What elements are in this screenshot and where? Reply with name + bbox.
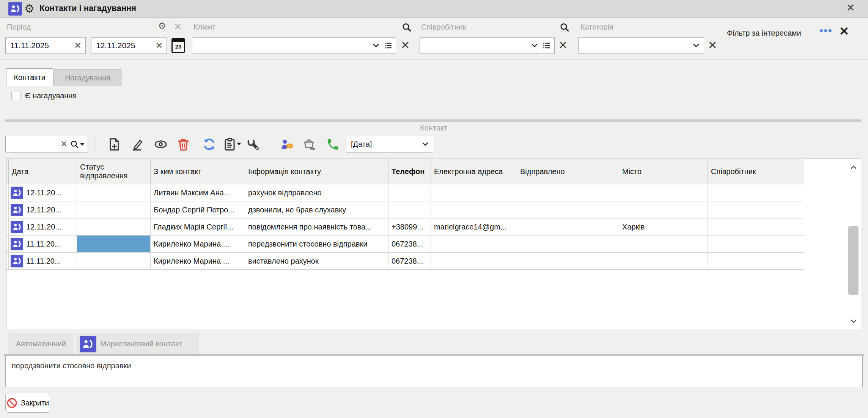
grid-search-caret-icon[interactable]: [80, 143, 85, 146]
table-row[interactable]: 11.11.20... Кириленко Марина ... виставл…: [6, 253, 805, 270]
toolbar-separator: [96, 137, 96, 151]
col-header-info[interactable]: Інформація контакту: [245, 159, 388, 184]
add-record-button[interactable]: [105, 136, 123, 152]
client-clear-icon[interactable]: ✕: [401, 39, 410, 52]
tab-reminders[interactable]: Нагадування: [53, 69, 122, 86]
order-basket-button[interactable]: [300, 136, 318, 152]
contacts-table: Дата Статус відправлення З ким контакт І…: [6, 159, 861, 330]
calendar-icon[interactable]: 23: [171, 38, 185, 53]
employee-combo[interactable]: [420, 37, 555, 54]
period-to-field[interactable]: ✕: [91, 37, 167, 54]
table-header-row: Дата Статус відправлення З ким контакт І…: [6, 159, 805, 184]
period-from-input[interactable]: [6, 41, 71, 50]
employee-clear-icon[interactable]: ✕: [558, 39, 568, 52]
contact-phone-icon: [11, 255, 23, 267]
tab-contacts[interactable]: Контакти: [6, 68, 53, 86]
calendar-day-number: 23: [173, 42, 184, 51]
client-combo[interactable]: [192, 37, 396, 54]
period-to-input[interactable]: [91, 41, 152, 50]
interests-more-button[interactable]: •••: [819, 25, 832, 37]
contact-note-field[interactable]: передзвонити стосовно відправки: [5, 356, 863, 387]
employee-chevron-down-icon[interactable]: [530, 41, 539, 50]
contact-phone-icon: [11, 204, 23, 216]
table-row[interactable]: 12.11.20... Гладких Марія Сергії... пові…: [6, 218, 805, 236]
table-row-selected[interactable]: 11.11.20... Кириленко Марина ... передзв…: [6, 236, 805, 253]
contact-group-label: Контакт: [6, 124, 861, 132]
col-header-with[interactable]: З ким контакт: [151, 159, 245, 184]
selected-cell[interactable]: [77, 236, 151, 253]
scroll-up-icon[interactable]: [849, 163, 858, 172]
contact-phone-icon: [80, 336, 96, 352]
grid-search-input[interactable]: [6, 140, 58, 149]
delete-record-button[interactable]: [175, 136, 192, 152]
refresh-button[interactable]: [200, 136, 218, 152]
col-header-status[interactable]: Статус відправлення: [77, 159, 151, 184]
basket-arrow-icon: [302, 137, 316, 151]
report-caret-icon[interactable]: [237, 143, 241, 145]
scrollbar-thumb[interactable]: [848, 226, 859, 295]
col-header-city[interactable]: Місто: [619, 159, 708, 184]
title-bar: ⚙ Контакти і нагадування ✕: [0, 0, 868, 18]
window-title: Контакти і нагадування: [39, 3, 136, 13]
wrench-icon: [246, 137, 260, 151]
marketing-contact-button[interactable]: [278, 136, 296, 152]
period-from-field[interactable]: ✕: [5, 37, 86, 54]
settings-button[interactable]: [244, 136, 262, 152]
period-clear-icon[interactable]: ✕: [174, 21, 182, 32]
employee-label: Співробітник: [421, 23, 466, 31]
col-header-email[interactable]: Електронна адреса: [431, 159, 517, 184]
report-button[interactable]: [221, 136, 238, 152]
contact-note-text: передзвонити стосовно відправки: [6, 356, 862, 370]
contact-phone-icon: [11, 187, 23, 199]
eye-icon: [154, 137, 168, 151]
category-clear-icon[interactable]: ✕: [708, 39, 717, 52]
interests-filter-label: Фільтр за інтересами: [727, 29, 801, 38]
date-filter-chevron-icon[interactable]: [421, 140, 430, 149]
employee-search-icon[interactable]: [559, 22, 570, 33]
view-record-button[interactable]: [152, 136, 169, 152]
col-header-sent[interactable]: Відправлено: [517, 159, 619, 184]
grid-search-icon[interactable]: [70, 140, 79, 149]
contact-phone-icon: [11, 238, 23, 250]
gear-icon[interactable]: ⚙: [24, 1, 35, 17]
scroll-down-icon[interactable]: [849, 317, 858, 326]
grid-search-clear-icon[interactable]: ✕: [58, 139, 70, 149]
filterbar-divider: [0, 60, 868, 60]
client-chevron-down-icon[interactable]: [371, 41, 381, 50]
category-chevron-down-icon[interactable]: [692, 41, 701, 50]
vertical-scrollbar[interactable]: [847, 160, 860, 329]
has-reminder-label: Є нагадування: [25, 91, 77, 100]
clipboard-icon: [223, 137, 237, 151]
contact-phone-icon: [11, 221, 23, 233]
col-header-date[interactable]: Дата: [9, 159, 77, 184]
table-row[interactable]: 12.11.20... Бондар Сергій Петро... дзвон…: [6, 201, 805, 218]
person-chat-icon: [280, 137, 294, 151]
automatic-chip[interactable]: Автоматичний: [8, 333, 74, 355]
prohibit-icon: [6, 398, 17, 409]
period-gear-icon[interactable]: ⚙: [158, 20, 166, 31]
grid-search-field[interactable]: ✕: [5, 136, 87, 152]
employee-list-icon[interactable]: [542, 41, 551, 50]
table-row[interactable]: 12.11.20... Литвин Максим Ана... рахунок…: [6, 184, 805, 201]
has-reminder-checkbox[interactable]: [11, 91, 20, 100]
call-button[interactable]: [324, 136, 341, 152]
interests-clear-icon[interactable]: ✕: [839, 24, 849, 38]
client-label: Клієнт: [193, 23, 215, 31]
client-search-icon[interactable]: [401, 22, 412, 33]
marketing-contact-chip[interactable]: Маркетинговий контакт: [76, 333, 199, 355]
col-header-phone[interactable]: Телефон: [388, 159, 431, 184]
close-button[interactable]: Закрити: [5, 393, 50, 413]
edit-record-button[interactable]: [129, 136, 146, 152]
window-close-button[interactable]: ✕: [843, 2, 858, 14]
date-filter-value: [Дата]: [346, 140, 421, 149]
toolbar-separator: [268, 137, 268, 151]
marketing-contact-chip-label: Маркетинговий контакт: [100, 339, 182, 348]
category-combo[interactable]: [578, 37, 704, 54]
col-header-employee[interactable]: Співробітник: [708, 159, 804, 184]
tabs-baseline: [5, 86, 863, 86]
period-to-clear-icon[interactable]: ✕: [152, 41, 167, 51]
date-filter-combo[interactable]: [Дата]: [346, 136, 433, 152]
section-divider: [5, 119, 861, 122]
client-list-icon[interactable]: [384, 41, 393, 50]
period-from-clear-icon[interactable]: ✕: [71, 41, 85, 51]
